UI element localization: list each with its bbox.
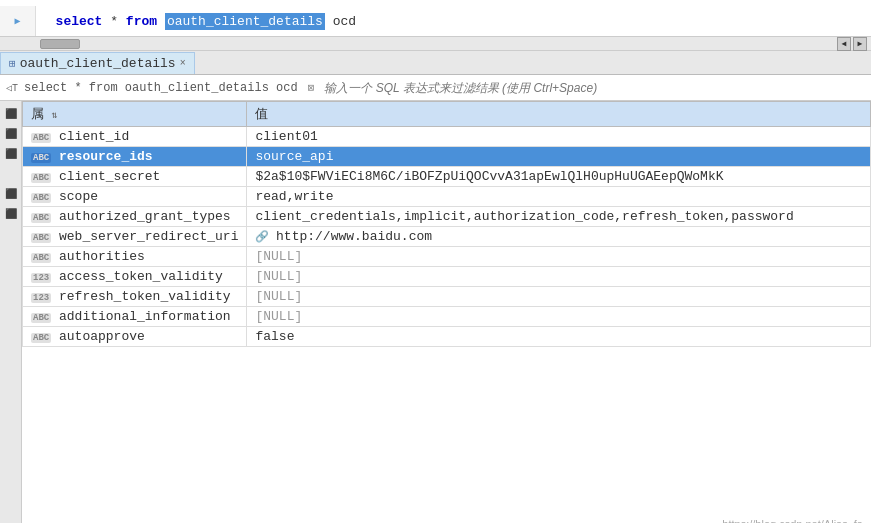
value-cell: [NULL] xyxy=(247,247,871,267)
type-icon: 123 xyxy=(31,293,51,303)
value-cell: [NULL] xyxy=(247,307,871,327)
col-header-value[interactable]: 值 xyxy=(247,102,871,127)
sort-icon-field: ⇅ xyxy=(52,109,58,121)
query-display-text: select * from oauth_client_details ocd xyxy=(24,81,298,95)
field-cell: 123 access_token_validity xyxy=(23,267,247,287)
field-name: access_token_validity xyxy=(51,269,223,284)
value-text: http://www.baidu.com xyxy=(276,229,432,244)
tab-table-icon: ⊞ xyxy=(9,57,16,70)
field-cell: ABC client_id xyxy=(23,127,247,147)
table-row[interactable]: ABC resource_idssource_api xyxy=(23,147,871,167)
sql-filter-input[interactable] xyxy=(324,81,865,95)
value-text: $2a$10$FWViECi8M6C/iBOFZpUiQOCvvA31apEwl… xyxy=(255,169,723,184)
value-text: client_credentials,implicit,authorizatio… xyxy=(255,209,793,224)
type-icon: ABC xyxy=(31,173,51,183)
sql-space4 xyxy=(325,14,333,29)
sql-editor: ▶ select * from oauth_client_details ocd… xyxy=(0,0,871,51)
query-bar-left-icon: ◁T xyxy=(6,82,18,94)
left-icon-3[interactable]: ⬛ xyxy=(2,145,20,163)
watermark: https://blog.csdn.net/Alias_fa xyxy=(722,518,863,523)
value-text: [NULL] xyxy=(255,309,302,324)
value-cell: source_api xyxy=(247,147,871,167)
tab-oauth-client-details[interactable]: ⊞ oauth_client_details × xyxy=(0,52,195,74)
value-text: [NULL] xyxy=(255,249,302,264)
scrollbar-thumb[interactable] xyxy=(40,39,80,49)
sql-star: * xyxy=(110,14,118,29)
table-row[interactable]: ABC web_server_redirect_uri🔗 http://www.… xyxy=(23,227,871,247)
field-name: resource_ids xyxy=(51,149,152,164)
type-icon: 123 xyxy=(31,273,51,283)
left-icon-2[interactable]: ⬛ xyxy=(2,125,20,143)
left-icon-5[interactable]: ⬛ xyxy=(2,205,20,223)
field-name: additional_information xyxy=(51,309,230,324)
sql-space2 xyxy=(118,14,126,29)
table-body: ABC client_idclient01ABC resource_idssou… xyxy=(23,127,871,347)
scroll-right-arrow[interactable]: ▶ xyxy=(853,37,867,51)
table-row[interactable]: ABC authorities[NULL] xyxy=(23,247,871,267)
value-cell: read,write xyxy=(247,187,871,207)
main-content: ⬛ ⬛ ⬛ ⬛ ⬛ 属 ⇅ 值 ABC client_idclient01ABC… xyxy=(0,101,871,523)
field-cell: ABC authorized_grant_types xyxy=(23,207,247,227)
sql-from-keyword: from xyxy=(126,14,157,29)
value-cell: false xyxy=(247,327,871,347)
field-cell: ABC authorities xyxy=(23,247,247,267)
sql-space1 xyxy=(102,14,110,29)
field-cell: ABC additional_information xyxy=(23,307,247,327)
tab-close-button[interactable]: × xyxy=(180,58,186,69)
value-text: read,write xyxy=(255,189,333,204)
col-header-field[interactable]: 属 ⇅ xyxy=(23,102,247,127)
field-name: refresh_token_validity xyxy=(51,289,230,304)
field-cell: ABC web_server_redirect_uri xyxy=(23,227,247,247)
field-cell: ABC resource_ids xyxy=(23,147,247,167)
field-name: scope xyxy=(51,189,98,204)
table-row[interactable]: ABC client_idclient01 xyxy=(23,127,871,147)
run-arrow-icon[interactable]: ▶ xyxy=(14,15,20,27)
results-table: 属 ⇅ 值 ABC client_idclient01ABC resource_… xyxy=(22,101,871,347)
tab-bar: ⊞ oauth_client_details × xyxy=(0,51,871,75)
sql-select-keyword: select xyxy=(56,14,103,29)
field-name: client_id xyxy=(51,129,129,144)
scroll-arrows: ◀ ▶ xyxy=(837,37,867,51)
sql-space3 xyxy=(157,14,165,29)
value-cell: 🔗 http://www.baidu.com xyxy=(247,227,871,247)
table-row[interactable]: 123 access_token_validity[NULL] xyxy=(23,267,871,287)
field-cell: ABC autoapprove xyxy=(23,327,247,347)
sql-line: ▶ select * from oauth_client_details ocd xyxy=(0,6,871,36)
sql-table-name: oauth_client_details xyxy=(165,13,325,30)
field-name: web_server_redirect_uri xyxy=(51,229,238,244)
field-name: authorized_grant_types xyxy=(51,209,230,224)
value-text: [NULL] xyxy=(255,269,302,284)
type-icon: ABC xyxy=(31,153,51,163)
horizontal-scrollbar[interactable]: ◀ ▶ xyxy=(0,36,871,50)
sql-alias: ocd xyxy=(333,14,356,29)
line-gutter: ▶ xyxy=(0,6,36,36)
field-name: autoapprove xyxy=(51,329,145,344)
link-icon: 🔗 xyxy=(255,231,276,243)
table-row[interactable]: ABC additional_information[NULL] xyxy=(23,307,871,327)
type-icon: ABC xyxy=(31,333,51,343)
results-table-container[interactable]: 属 ⇅ 值 ABC client_idclient01ABC resource_… xyxy=(22,101,871,523)
left-icon-4[interactable]: ⬛ xyxy=(2,185,20,203)
value-cell: client01 xyxy=(247,127,871,147)
type-icon: ABC xyxy=(31,253,51,263)
value-text: client01 xyxy=(255,129,317,144)
field-name: authorities xyxy=(51,249,145,264)
left-icon-panel: ⬛ ⬛ ⬛ ⬛ ⬛ xyxy=(0,101,22,523)
field-cell: 123 refresh_token_validity xyxy=(23,287,247,307)
table-row[interactable]: ABC authorized_grant_typesclient_credent… xyxy=(23,207,871,227)
field-cell: ABC client_secret xyxy=(23,167,247,187)
table-row[interactable]: ABC autoapprovefalse xyxy=(23,327,871,347)
table-row[interactable]: ABC client_secret$2a$10$FWViECi8M6C/iBOF… xyxy=(23,167,871,187)
table-row[interactable]: ABC scoperead,write xyxy=(23,187,871,207)
scroll-left-arrow[interactable]: ◀ xyxy=(837,37,851,51)
table-row[interactable]: 123 refresh_token_validity[NULL] xyxy=(23,287,871,307)
col-value-label: 值 xyxy=(255,107,268,122)
value-text: false xyxy=(255,329,294,344)
type-icon: ABC xyxy=(31,193,51,203)
left-icon-1[interactable]: ⬛ xyxy=(2,105,20,123)
value-text: source_api xyxy=(255,149,333,164)
filter-separator-icon: ⊠ xyxy=(308,81,315,94)
type-icon: ABC xyxy=(31,233,51,243)
table-header-row: 属 ⇅ 值 xyxy=(23,102,871,127)
value-cell: $2a$10$FWViECi8M6C/iBOFZpUiQOCvvA31apEwl… xyxy=(247,167,871,187)
